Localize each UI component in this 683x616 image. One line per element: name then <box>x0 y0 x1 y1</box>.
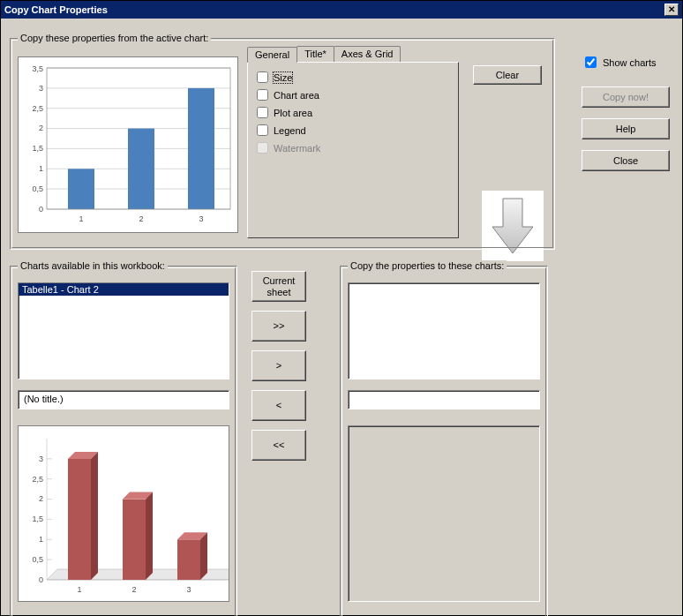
svg-text:2,5: 2,5 <box>32 475 43 484</box>
remove-all-button[interactable]: << <box>251 430 306 461</box>
svg-text:1,5: 1,5 <box>32 515 43 523</box>
remove-all-label: << <box>274 439 285 450</box>
prop-chartarea-checkbox[interactable] <box>257 89 268 101</box>
add-one-button[interactable]: > <box>251 350 306 381</box>
group-target: Copy the properties to these charts: <box>340 266 548 616</box>
group-source: Copy these properties from the active ch… <box>10 38 555 250</box>
svg-text:3: 3 <box>39 454 43 463</box>
dialog-window: Copy Chart Properties ✕ Copy these prope… <box>0 0 683 616</box>
svg-text:1: 1 <box>77 585 81 594</box>
svg-marker-45 <box>146 492 153 580</box>
available-chart-title: (No title.) <box>18 390 229 409</box>
svg-text:2: 2 <box>139 214 143 223</box>
show-charts-row: Show charts <box>582 54 670 71</box>
svg-rect-18 <box>128 129 154 209</box>
tab-axes-label: Axes & Grid <box>342 49 394 59</box>
show-charts-label: Show charts <box>603 57 657 68</box>
prop-watermark-row: Watermark <box>257 142 449 154</box>
svg-marker-48 <box>200 532 207 580</box>
svg-text:2: 2 <box>39 494 43 503</box>
list-item[interactable]: Tabelle1 - Chart 2 <box>19 283 229 296</box>
arrow-down-icon <box>482 191 544 261</box>
group-target-legend: Copy the properties to these charts: <box>348 260 507 271</box>
prop-watermark-checkbox <box>257 142 268 154</box>
prop-legend-row: Legend <box>257 124 449 136</box>
properties-tabcontrol: General Title* Axes & Grid Size Chart ar… <box>247 46 459 240</box>
add-all-label: >> <box>274 320 285 331</box>
svg-text:1: 1 <box>79 214 83 223</box>
prop-plotarea-label: Plot area <box>274 108 312 118</box>
svg-text:3,5: 3,5 <box>32 64 43 73</box>
prop-plotarea-checkbox[interactable] <box>257 107 268 118</box>
source-chart-preview: 0 0,5 1 1,5 2 2,5 3 3,5 <box>18 56 238 233</box>
group-source-legend: Copy these properties from the active ch… <box>18 33 211 43</box>
copy-now-label: Copy now! <box>603 92 649 102</box>
add-all-button[interactable]: >> <box>251 311 306 342</box>
tab-axes-grid[interactable]: Axes & Grid <box>334 46 402 62</box>
group-available-legend: Charts available in this workbook: <box>18 260 168 271</box>
add-one-label: > <box>276 360 281 371</box>
tabstrip: General Title* Axes & Grid <box>247 46 459 62</box>
right-button-column: Show charts Copy now! Help Close <box>582 54 670 182</box>
svg-rect-19 <box>188 88 214 209</box>
transfer-buttons: Current sheet >> > < << <box>251 271 306 470</box>
close-button[interactable]: Close <box>582 150 670 171</box>
clear-button[interactable]: Clear <box>473 65 542 85</box>
help-button[interactable]: Help <box>582 118 670 139</box>
target-chart-title <box>348 390 540 409</box>
svg-text:3: 3 <box>39 84 43 93</box>
prop-legend-checkbox[interactable] <box>257 124 268 136</box>
svg-text:2,5: 2,5 <box>32 104 43 113</box>
svg-text:0: 0 <box>39 205 43 214</box>
client-area: Copy these properties from the active ch… <box>1 19 682 615</box>
svg-rect-17 <box>68 169 94 209</box>
clear-button-label: Clear <box>496 70 519 80</box>
close-icon[interactable]: ✕ <box>664 4 679 16</box>
titlebar: Copy Chart Properties ✕ <box>1 1 682 19</box>
target-chart-preview <box>348 425 540 602</box>
svg-rect-43 <box>123 500 146 580</box>
svg-rect-40 <box>68 459 91 580</box>
target-chart-list[interactable] <box>348 282 540 379</box>
svg-marker-42 <box>91 452 98 580</box>
prop-chartarea-label: Chart area <box>274 90 319 101</box>
copy-now-button[interactable]: Copy now! <box>582 86 670 108</box>
help-label: Help <box>616 124 636 134</box>
prop-size-checkbox[interactable] <box>257 71 268 83</box>
current-sheet-label: Current sheet <box>263 275 296 297</box>
prop-size-row: Size <box>257 71 449 83</box>
svg-text:1: 1 <box>39 535 43 544</box>
available-chart-title-text: (No title.) <box>24 394 64 404</box>
tab-general[interactable]: General <box>247 47 297 63</box>
group-available: Charts available in this workbook: Tabel… <box>10 266 237 616</box>
svg-rect-46 <box>177 539 200 580</box>
svg-text:1: 1 <box>39 164 43 173</box>
svg-text:0,5: 0,5 <box>32 184 43 193</box>
remove-one-button[interactable]: < <box>251 390 306 421</box>
prop-plotarea-row: Plot area <box>257 107 449 118</box>
titlebar-title: Copy Chart Properties <box>4 4 108 15</box>
prop-legend-label: Legend <box>274 125 306 136</box>
available-chart-preview: 0 0,5 1 1,5 2 2,5 3 <box>18 425 229 602</box>
svg-text:1,5: 1,5 <box>32 144 43 153</box>
prop-size-label: Size <box>274 72 292 83</box>
svg-text:3: 3 <box>199 214 203 223</box>
close-label: Close <box>613 155 638 166</box>
tab-title-label: Title* <box>304 49 326 59</box>
svg-text:3: 3 <box>186 585 191 594</box>
tab-general-label: General <box>255 49 289 60</box>
prop-watermark-label: Watermark <box>274 143 320 154</box>
tab-title[interactable]: Title* <box>296 46 334 62</box>
prop-chartarea-row: Chart area <box>257 89 449 101</box>
svg-text:2: 2 <box>131 585 136 594</box>
svg-text:0,5: 0,5 <box>32 555 43 564</box>
current-sheet-button[interactable]: Current sheet <box>251 271 306 302</box>
show-charts-checkbox[interactable] <box>585 56 597 68</box>
tabpage-general: Size Chart area Plot area Legend <box>247 62 459 238</box>
available-chart-list[interactable]: Tabelle1 - Chart 2 <box>18 282 229 379</box>
svg-text:0: 0 <box>39 575 43 584</box>
remove-one-label: < <box>276 400 281 410</box>
svg-text:2: 2 <box>39 124 43 132</box>
